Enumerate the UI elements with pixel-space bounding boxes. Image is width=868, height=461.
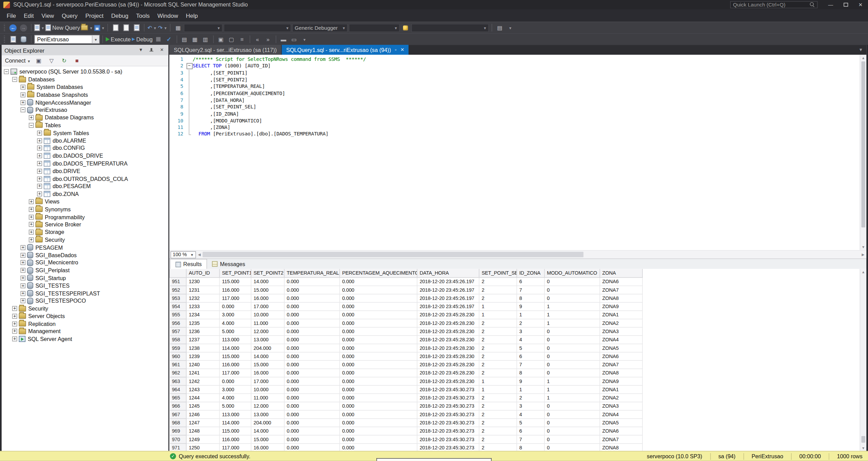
grid-cell[interactable]: 0.000	[284, 393, 340, 401]
grid-cell[interactable]: 0.000	[284, 311, 340, 319]
grid-cell[interactable]: 0	[544, 327, 600, 335]
tree-item-sgi-testesperiplast[interactable]: +SGI_TESTESPERIPLAST	[2, 289, 168, 297]
grid-row-966[interactable]: 96612455.00012.0000.0000.0002018-12-20 2…	[170, 402, 643, 410]
tree-item-databases[interactable]: −Databases	[2, 76, 168, 83]
grid-cell[interactable]: 0	[544, 435, 600, 443]
code-line-1[interactable]: 1/****** Script for SelectTopNRows comma…	[169, 56, 859, 63]
grid-cell[interactable]: ZONA6	[600, 352, 643, 360]
grid-cell[interactable]: 14.000	[251, 426, 284, 435]
grid-cell[interactable]: 2	[479, 294, 517, 302]
tree-item-management[interactable]: +Management	[2, 328, 168, 335]
column-header-percentagem-aquecimento[interactable]: PERCENTAGEM_AQUECIMENTO	[340, 269, 417, 277]
expand-toggle-icon[interactable]: +	[29, 207, 34, 212]
tree-item-programmability[interactable]: +Programmability	[2, 213, 168, 221]
grid-cell[interactable]: 1241	[186, 369, 219, 377]
minimize-button[interactable]: —	[823, 0, 838, 10]
code-line-4[interactable]: 4 ,[SET_POINT2]	[169, 76, 859, 83]
code-line-12[interactable]: 12 FROM [PeriExtrusao].[dbo].[DADOS_TEMP…	[169, 131, 859, 137]
zoom-selector[interactable]: 100 % ▼	[170, 251, 196, 258]
find-in-files-button[interactable]: ▤	[495, 23, 505, 32]
connect-object-explorer-button[interactable]: ▼	[34, 23, 44, 32]
grid-cell[interactable]: 2018-12-20 23:45:28.230	[417, 369, 479, 377]
code-line-10[interactable]: 10 ,[MODO_AUTOMATICO]	[169, 117, 859, 124]
expand-toggle-icon[interactable]: +	[12, 306, 17, 311]
grid-cell[interactable]: 0.000	[340, 319, 417, 327]
scroll-right-icon[interactable]: ▶	[860, 252, 866, 257]
grid-cell[interactable]: 0	[544, 402, 600, 410]
expand-toggle-icon[interactable]: +	[37, 192, 42, 197]
scrollbar-thumb[interactable]	[861, 62, 865, 227]
collapse-region-icon[interactable]	[186, 63, 193, 69]
debug-button[interactable]: Debug	[132, 35, 153, 44]
grid-cell[interactable]: 0	[544, 443, 600, 451]
grid-cell[interactable]: 9	[517, 377, 544, 385]
pin-button[interactable]	[148, 48, 155, 53]
grid-cell[interactable]: 0.000	[340, 294, 417, 302]
expand-toggle-icon[interactable]: +	[21, 283, 26, 288]
grid-cell[interactable]: 6	[517, 277, 544, 286]
menu-help[interactable]: Help	[182, 11, 202, 21]
expand-toggle-icon[interactable]: +	[29, 237, 34, 242]
grid-cell[interactable]: 2018-12-20 23:45:30.273	[417, 410, 479, 418]
row-header[interactable]: 966	[170, 402, 186, 410]
grid-cell[interactable]: 2018-12-20 23:45:28.230	[417, 327, 479, 335]
grid-cell[interactable]: ZONA7	[600, 435, 643, 443]
grid-cell[interactable]: 0.000	[284, 277, 340, 286]
tree-item-synonyms[interactable]: +Synonyms	[2, 206, 168, 213]
grid-cell[interactable]: 0.000	[340, 426, 417, 435]
grid-cell[interactable]: ZONA9	[600, 302, 643, 310]
grid-cell[interactable]: 7	[517, 435, 544, 443]
grid-cell[interactable]: 115.000	[220, 426, 251, 435]
grid-cell[interactable]: 0.000	[284, 344, 340, 352]
grid-cell[interactable]: 0.000	[340, 369, 417, 377]
tree-item-system-tables[interactable]: +System Tables	[2, 129, 168, 137]
grid-cell[interactable]: 0.000	[340, 360, 417, 368]
tab-results[interactable]: Results	[170, 259, 207, 269]
code-line-6[interactable]: 6 ,[PERCENTAGEM_AQUECIMENTO]	[169, 90, 859, 97]
grid-cell[interactable]: 1246	[186, 410, 219, 418]
tree-item-dbo-zona[interactable]: +dbo.ZONA	[2, 190, 168, 198]
grid-cell[interactable]: 1	[544, 311, 600, 319]
tree-item-sgi-testes[interactable]: +SGI_TESTES	[2, 282, 168, 289]
tree-item-service-broker[interactable]: +Service Broker	[2, 221, 168, 228]
expand-toggle-icon[interactable]: +	[21, 260, 26, 265]
tree-item-views[interactable]: +Views	[2, 198, 168, 206]
scrollbar-thumb[interactable]	[203, 252, 584, 257]
grid-row-965[interactable]: 96512444.00011.0000.0000.0002018-12-20 2…	[170, 393, 643, 401]
tree-item-dbo-dados-drive[interactable]: +dbo.DADOS_DRIVE	[2, 152, 168, 160]
expand-toggle-icon[interactable]: +	[21, 268, 26, 273]
grid-corner-cell[interactable]	[170, 269, 186, 277]
grid-row-951[interactable]: 9511230115.00014.0000.0000.0002018-12-20…	[170, 277, 643, 286]
results-to-file-button[interactable]: ▥	[201, 35, 210, 44]
grid-cell[interactable]: 1	[517, 311, 544, 319]
row-header[interactable]: 951	[170, 277, 186, 286]
grid-cell[interactable]: 0.000	[340, 335, 417, 343]
grid-cell[interactable]: 1	[544, 385, 600, 393]
grid-cell[interactable]: 2	[479, 443, 517, 451]
grid-cell[interactable]: 2018-12-20 23:45:26.197	[417, 277, 479, 286]
row-header[interactable]: 953	[170, 294, 186, 302]
actual-plan-button[interactable]: ▢	[227, 35, 236, 44]
grid-cell[interactable]: 2018-12-20 23:45:30.273	[417, 418, 479, 426]
tree-item-database-diagrams[interactable]: +Database Diagrams	[2, 114, 168, 121]
parse-button[interactable]: ✓	[164, 35, 174, 44]
grid-cell[interactable]: 0.000	[340, 377, 417, 385]
grid-cell[interactable]: 5.000	[220, 327, 251, 335]
tree-item-security[interactable]: +Security	[2, 305, 168, 312]
grid-row-962[interactable]: 9621241117.00016.0000.0000.0002018-12-20…	[170, 369, 643, 377]
grid-cell[interactable]: 2	[517, 319, 544, 327]
grid-cell[interactable]: 117.000	[220, 443, 251, 451]
cancel-query-button[interactable]	[154, 35, 163, 44]
menu-window[interactable]: Window	[154, 11, 182, 21]
toolbar-grip[interactable]	[3, 36, 5, 43]
toolbar-combo-4[interactable]: ▼	[412, 24, 489, 32]
grid-cell[interactable]: 13.000	[251, 410, 284, 418]
print-button[interactable]	[111, 23, 120, 32]
grid-cell[interactable]: 2	[479, 277, 517, 286]
row-header[interactable]: 959	[170, 344, 186, 352]
editor-vertical-scrollbar[interactable]: ▲ ▼	[860, 55, 866, 250]
tree-item-pesagem[interactable]: +PESAGEM	[2, 243, 168, 251]
paste-button[interactable]	[132, 23, 142, 32]
grid-cell[interactable]: 13.000	[251, 335, 284, 343]
tree-item-dbo-alarme[interactable]: +dbo.ALARME	[2, 137, 168, 144]
